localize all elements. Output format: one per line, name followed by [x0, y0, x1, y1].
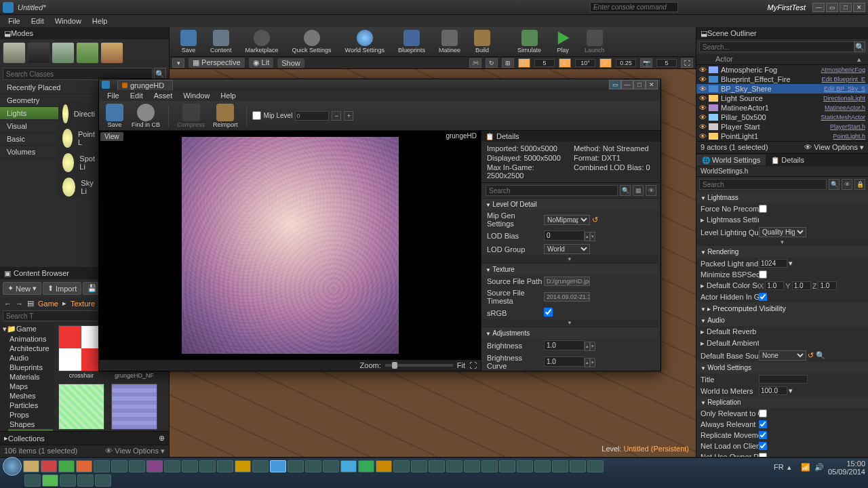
mip-check[interactable]	[252, 111, 261, 120]
tb-launch[interactable]: Launch	[579, 28, 610, 55]
sec-precomp[interactable]: ▸ Precomputed Visibility	[696, 302, 868, 314]
taskbar-app-icon[interactable]	[77, 474, 94, 487]
nav-back-icon[interactable]: ←	[4, 300, 12, 308]
packed-light-input[interactable]	[759, 259, 787, 268]
world-title-input[interactable]	[759, 375, 808, 384]
te-find-button[interactable]: Find in CB	[129, 104, 163, 128]
tb-save[interactable]: Save	[175, 28, 202, 55]
maximize-button[interactable]: □	[840, 3, 852, 12]
console-input[interactable]	[590, 2, 678, 12]
vp-scale-snap-value[interactable]	[616, 59, 636, 67]
outliner-row[interactable]: 👁MatineeActor1MatineeActor.h	[696, 103, 868, 113]
geometry-mode-icon[interactable]	[100, 42, 123, 64]
sec-replication[interactable]: Replication	[696, 396, 868, 408]
light-spot[interactable]: Spot Li	[58, 150, 99, 175]
taskbar-app-icon[interactable]	[235, 460, 251, 472]
vp-realtime-icon[interactable]: ↻	[486, 58, 498, 68]
collections-bar[interactable]: ▸ Collections ⊕	[0, 431, 169, 445]
taskbar-app-icon[interactable]	[164, 460, 180, 472]
expand-icon[interactable]: ▼	[696, 239, 868, 246]
outliner-search-input[interactable]	[699, 41, 854, 52]
col-expand-icon[interactable]: ▴	[854, 55, 864, 64]
asset-brick-m[interactable]: T_Brick_Clay_Beveled_M	[57, 384, 106, 431]
sec-lod[interactable]: Level Of Detail	[481, 199, 658, 210]
taskbar-app-icon[interactable]	[464, 460, 480, 472]
taskbar-app-icon[interactable]	[358, 460, 374, 472]
cb-view-options[interactable]: 👁 View Options ▾	[105, 447, 165, 455]
taskbar-app-icon[interactable]	[76, 460, 92, 472]
taskbar-app-icon[interactable]	[323, 460, 339, 472]
sec-rendering[interactable]: Rendering	[696, 246, 868, 258]
tree-blueprints[interactable]: Blueprints	[8, 363, 53, 372]
taskbar-app-icon[interactable]	[252, 460, 269, 472]
texture-canvas[interactable]	[99, 131, 481, 360]
light-directional[interactable]: Directi	[58, 102, 99, 126]
place-mode-icon[interactable]	[3, 42, 26, 64]
taskbar-app-icon[interactable]	[199, 460, 216, 472]
taskbar-app-icon[interactable]	[587, 460, 604, 472]
dcs-x[interactable]	[765, 281, 784, 290]
tb-matinee[interactable]: Matinee	[433, 28, 466, 55]
eye-icon[interactable]: 👁	[646, 185, 656, 196]
vp-lit[interactable]: ◉ Lit	[249, 58, 274, 68]
world-to-meters-input[interactable]	[759, 386, 787, 395]
te-minimize-button[interactable]: —	[621, 80, 633, 89]
vp-snap-grid-icon[interactable]: ⊞	[502, 58, 514, 68]
tray-clock[interactable]: 15:0005/09/2014	[828, 460, 865, 476]
te-maximize-button[interactable]: □	[633, 80, 646, 89]
tb-blueprints[interactable]: Blueprints	[393, 28, 431, 55]
menu-help[interactable]: Help	[87, 17, 113, 25]
te-save-button[interactable]: Save	[103, 104, 126, 128]
taskbar-app-icon[interactable]	[95, 474, 111, 487]
taskbar-app-icon[interactable]	[182, 460, 198, 472]
foliage-mode-icon[interactable]	[76, 42, 99, 64]
zoom-fit-button[interactable]: Fit	[457, 361, 465, 369]
modes-tab[interactable]: ⬓ Modes	[0, 27, 169, 39]
reset-icon[interactable]: ↺	[808, 351, 814, 360]
vp-angle-snap-toggle[interactable]: ∠	[559, 58, 571, 68]
minimize-button[interactable]: —	[812, 3, 825, 12]
expand-icon[interactable]: ▼	[481, 256, 658, 263]
vp-scale-snap-toggle[interactable]: ⤢	[599, 58, 612, 68]
taskbar-app-icon[interactable]	[41, 460, 57, 472]
taskbar-app-icon[interactable]	[481, 460, 498, 472]
outliner-row[interactable]: 👁BP_Sky_ShereEdit BP_Sky_S	[696, 84, 868, 94]
taskbar-app-icon[interactable]	[58, 460, 75, 472]
landscape-mode-icon[interactable]	[52, 42, 75, 64]
vp-camera-speed[interactable]	[656, 59, 677, 67]
menu-window[interactable]: Window	[50, 17, 87, 25]
always-relevant-check[interactable]	[759, 420, 767, 428]
vp-game-icon[interactable]: 🎮	[469, 58, 481, 68]
taskbar-app-icon[interactable]	[111, 460, 127, 472]
folder-tree-icon[interactable]: ▤	[27, 299, 34, 308]
tb-marketplace[interactable]: Marketplace	[240, 28, 284, 55]
sec-texture[interactable]: Texture	[481, 264, 658, 275]
tab-world-settings[interactable]: 🌐 World Settings	[696, 155, 766, 165]
tree-materials[interactable]: Materials	[8, 372, 53, 382]
taskbar-app-icon[interactable]	[517, 460, 533, 472]
te-dock-button[interactable]: ▭	[609, 80, 621, 89]
start-button[interactable]	[3, 457, 22, 476]
outliner-row[interactable]: 👁Light SourceDirectionalLight	[696, 94, 868, 103]
taskbar-app-icon[interactable]	[376, 460, 392, 472]
paint-mode-icon[interactable]	[27, 42, 50, 64]
taskbar-app-icon[interactable]	[217, 460, 233, 472]
only-relevant-check[interactable]	[759, 409, 767, 418]
te-view-tab[interactable]: View	[100, 132, 123, 141]
sec-audio[interactable]: Audio	[696, 314, 868, 326]
tree-game[interactable]: ▾📁Game	[1, 324, 53, 334]
search-asset-icon[interactable]: 🔍	[816, 351, 825, 360]
vp-maximize-icon[interactable]: ⛶	[681, 58, 693, 68]
net-load-check[interactable]	[759, 442, 767, 450]
tb-play[interactable]: Play	[549, 28, 576, 55]
eye-icon[interactable]: 👁	[842, 179, 852, 190]
restore-button[interactable]: ▭	[826, 3, 838, 12]
import-button[interactable]: ⬆ Import	[43, 282, 81, 295]
reset-icon[interactable]: ↺	[592, 216, 598, 224]
te-close-button[interactable]: ✕	[646, 80, 658, 89]
taskbar-app-icon[interactable]	[411, 460, 427, 472]
min-bsp-check[interactable]	[759, 270, 767, 279]
tree-animations[interactable]: Animations	[8, 334, 53, 344]
taskbar-app-icon[interactable]	[305, 460, 321, 472]
vp-show[interactable]: Show	[277, 58, 304, 68]
